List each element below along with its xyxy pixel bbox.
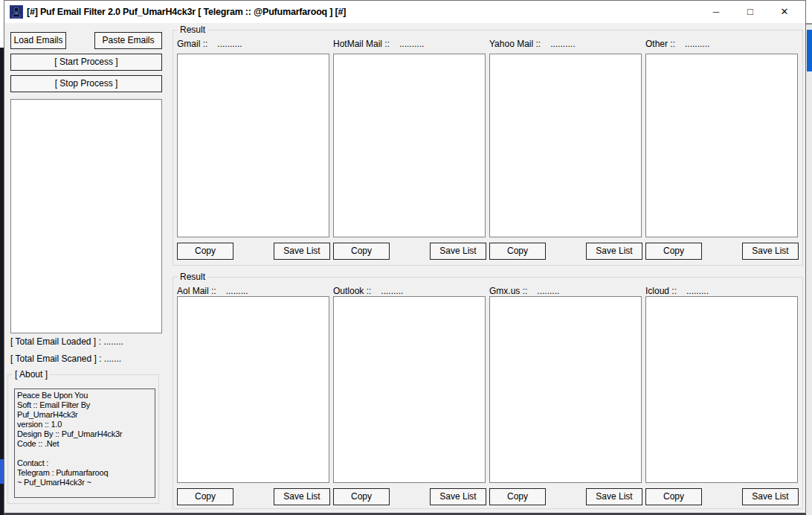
other-copy-button[interactable]: Copy — [645, 243, 702, 260]
minimize-button[interactable]: ─ — [699, 1, 733, 23]
aol-copy-button[interactable]: Copy — [177, 488, 233, 505]
gmail-result-list[interactable] — [177, 54, 329, 237]
gmx-save-list-button[interactable]: Save List — [586, 488, 642, 505]
icloud-result-list[interactable] — [645, 296, 798, 483]
gmail-copy-button[interactable]: Copy — [177, 243, 233, 260]
yahoo-count: .......... — [550, 39, 575, 49]
gmx-count: ......... — [537, 286, 559, 296]
gmail-label: Gmail :: — [177, 39, 207, 49]
other-result-list[interactable] — [645, 54, 798, 237]
background-scrollbar-thumb — [807, 30, 812, 71]
total-email-scaned-label: [ Total Email Scaned ] : ....... — [10, 354, 121, 364]
app-window: [#] Puf Email Filter 2.0 Puf_UmarH4ck3r … — [4, 0, 806, 515]
gmx-header: Gmx.us ::......... — [489, 286, 559, 296]
about-group-label: [ About ] — [13, 369, 50, 380]
loaded-emails-list[interactable] — [10, 99, 162, 333]
yahoo-result-list[interactable] — [489, 54, 642, 237]
gmx-result-list[interactable] — [489, 296, 642, 483]
other-header: Other ::.......... — [645, 39, 709, 49]
close-icon: ✕ — [781, 6, 789, 17]
minimize-icon: ─ — [713, 7, 720, 17]
hotmail-count: .......... — [399, 39, 424, 49]
icloud-copy-button[interactable]: Copy — [645, 488, 702, 505]
aol-label: Aol Mail :: — [177, 286, 216, 296]
aol-result-list[interactable] — [177, 296, 329, 483]
close-button[interactable]: ✕ — [767, 1, 802, 23]
app-icon — [10, 5, 23, 19]
outlook-count: ......... — [381, 286, 403, 296]
load-emails-button[interactable]: Load Emails — [10, 32, 66, 49]
other-label: Other :: — [645, 39, 675, 49]
background-right-strip-edge — [806, 23, 812, 25]
outlook-header: Outlook ::......... — [333, 286, 403, 296]
gmail-save-list-button[interactable]: Save List — [274, 243, 330, 260]
hotmail-copy-button[interactable]: Copy — [333, 243, 390, 260]
maximize-button[interactable]: □ — [733, 1, 767, 23]
aol-save-list-button[interactable]: Save List — [274, 488, 330, 505]
hotmail-result-list[interactable] — [333, 54, 486, 237]
yahoo-label: Yahoo Mail :: — [489, 39, 541, 49]
yahoo-header: Yahoo Mail ::.......... — [489, 39, 576, 49]
yahoo-save-list-button[interactable]: Save List — [586, 243, 642, 260]
gmail-count: .......... — [217, 39, 242, 49]
gmx-label: Gmx.us :: — [489, 286, 527, 296]
other-count: .......... — [685, 39, 709, 49]
hotmail-header: HotMail Mail ::.......... — [333, 39, 424, 49]
paste-emails-button[interactable]: Paste Emails — [94, 32, 162, 49]
stop-process-button[interactable]: [ Stop Process ] — [10, 75, 162, 92]
window-title: [#] Puf Email Filter 2.0 Puf_UmarH4ck3r … — [27, 1, 346, 23]
outlook-save-list-button[interactable]: Save List — [430, 488, 486, 505]
maximize-icon: □ — [747, 6, 753, 17]
start-process-button[interactable]: [ Start Process ] — [10, 54, 162, 71]
titlebar[interactable]: [#] Puf Email Filter 2.0 Puf_UmarH4ck3r … — [4, 1, 805, 23]
other-save-list-button[interactable]: Save List — [742, 243, 799, 260]
gmx-copy-button[interactable]: Copy — [489, 488, 546, 505]
screenshot-root: [#] Puf Email Filter 2.0 Puf_UmarH4ck3r … — [0, 0, 812, 515]
background-right-strip — [806, 25, 812, 515]
gmail-header: Gmail ::.......... — [177, 39, 242, 49]
icloud-label: Icloud :: — [645, 286, 677, 296]
hotmail-label: HotMail Mail :: — [333, 39, 390, 49]
icloud-header: Icloud ::......... — [645, 286, 709, 296]
hotmail-save-list-button[interactable]: Save List — [430, 243, 486, 260]
about-text: Peace Be Upon You Soft :: Email Filter B… — [14, 388, 155, 498]
result-group-label: Result — [178, 272, 207, 282]
icloud-count: ......... — [686, 286, 709, 296]
outlook-label: Outlook :: — [333, 286, 371, 296]
aol-header: Aol Mail ::......... — [177, 286, 248, 296]
yahoo-copy-button[interactable]: Copy — [489, 243, 546, 260]
outlook-copy-button[interactable]: Copy — [333, 488, 390, 505]
icloud-save-list-button[interactable]: Save List — [742, 488, 799, 505]
outlook-result-list[interactable] — [333, 296, 486, 483]
result-group-label: Result — [178, 25, 207, 35]
total-email-loaded-label: [ Total Email Loaded ] : ........ — [10, 336, 123, 347]
aol-count: ......... — [226, 286, 248, 296]
